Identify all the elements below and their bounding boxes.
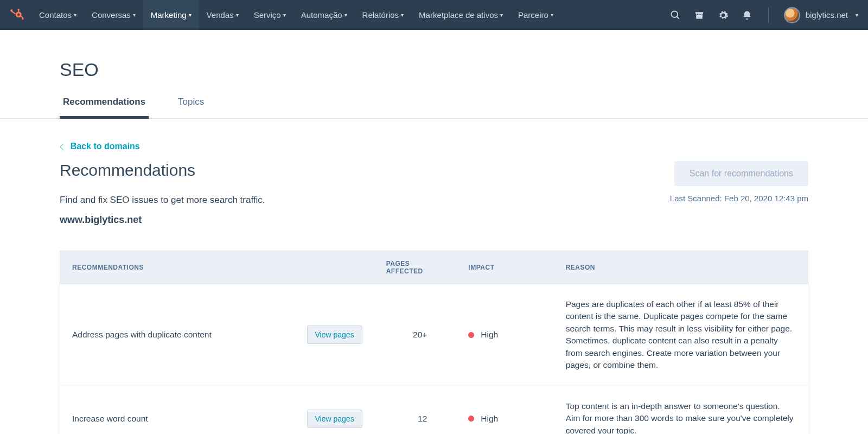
recommendation-name: Address pages with duplicate content [72, 330, 212, 340]
gear-icon[interactable] [717, 9, 729, 21]
section-header: Recommendations Find and fix SEO issues … [60, 161, 808, 239]
recommendation-name: Increase word count [72, 414, 148, 424]
section-subtitle: Find and fix SEO issues to get more sear… [60, 195, 670, 206]
chevron-down-icon: ▾ [189, 12, 192, 18]
nav-label: Contatos [39, 10, 72, 20]
reason-text: Pages are duplicates of each other if at… [554, 284, 808, 386]
view-pages-button[interactable]: View pages [307, 410, 362, 428]
chevron-down-icon: ▾ [401, 12, 404, 18]
chevron-down-icon: ▾ [856, 12, 858, 18]
reason-text: Top content is an in-depth answer to som… [554, 386, 808, 434]
bell-icon[interactable] [741, 9, 753, 21]
impact-dot-icon [468, 332, 474, 338]
svg-point-8 [671, 11, 678, 17]
nav-label: Conversas [92, 10, 131, 20]
col-header-recommendations[interactable]: RECOMMENDATIONS [60, 251, 374, 284]
tab-recommendations[interactable]: Recommendations [60, 97, 149, 119]
marketplace-icon[interactable] [693, 9, 705, 21]
chevron-down-icon: ▾ [344, 12, 347, 18]
table-header-row: RECOMMENDATIONS PAGES AFFECTED IMPACT RE… [60, 251, 808, 284]
nav-label: Vendas [207, 10, 234, 20]
svg-rect-10 [696, 15, 703, 19]
sprocket-icon [10, 8, 24, 22]
table-row: Address pages with duplicate contentView… [60, 284, 808, 386]
avatar [784, 7, 800, 23]
chevron-down-icon: ▾ [133, 12, 136, 18]
nav-item-relatorios[interactable]: Relatórios▾ [355, 0, 412, 30]
nav-label: Marketplace de ativos [419, 10, 498, 20]
impact-label: High [481, 330, 498, 340]
section-title: Recommendations [60, 161, 670, 180]
back-to-domains-link[interactable]: ∟ Back to domains [60, 142, 140, 151]
last-scanned: Last Scanned: Feb 20, 2020 12:43 pm [670, 194, 808, 203]
nav-items: Contatos▾ Conversas▾ Marketing▾ Vendas▾ … [31, 0, 561, 30]
chevron-down-icon: ▾ [500, 12, 503, 18]
tabs: Recommendations Topics [0, 97, 868, 119]
nav-item-marketplace[interactable]: Marketplace de ativos▾ [411, 0, 510, 30]
chevron-down-icon: ▾ [283, 12, 286, 18]
top-nav: Contatos▾ Conversas▾ Marketing▾ Vendas▾ … [0, 0, 868, 30]
col-header-impact[interactable]: IMPACT [456, 251, 553, 284]
nav-item-contatos[interactable]: Contatos▾ [31, 0, 84, 30]
account-label: biglytics.net [806, 10, 848, 20]
pages-affected: 12 [374, 386, 457, 434]
back-label: Back to domains [71, 142, 140, 151]
col-header-reason[interactable]: REASON [554, 251, 808, 284]
chevron-down-icon: ▾ [236, 12, 239, 18]
table-row: Increase word countView pages12HighTop c… [60, 386, 808, 434]
nav-right: biglytics.net ▾ [669, 7, 858, 23]
nav-item-conversas[interactable]: Conversas▾ [84, 0, 143, 30]
chevron-down-icon: ▾ [551, 12, 553, 18]
nav-item-automacao[interactable]: Automação▾ [293, 0, 355, 30]
svg-line-9 [676, 16, 679, 18]
nav-item-vendas[interactable]: Vendas▾ [199, 0, 246, 30]
nav-item-servico[interactable]: Serviço▾ [246, 0, 293, 30]
divider [768, 8, 769, 23]
chevron-left-icon: ∟ [58, 141, 69, 152]
domain-label: www.biglytics.net [60, 214, 670, 226]
svg-point-3 [18, 8, 20, 10]
hubspot-logo[interactable] [10, 8, 24, 22]
view-pages-button[interactable]: View pages [307, 326, 362, 344]
nav-label: Serviço [254, 10, 281, 20]
pages-affected: 20+ [374, 284, 457, 386]
nav-label: Marketing [151, 10, 187, 20]
impact-dot-icon [468, 416, 474, 422]
recommendations-table: RECOMMENDATIONS PAGES AFFECTED IMPACT RE… [60, 251, 808, 434]
scan-button[interactable]: Scan for recommendations [674, 161, 808, 186]
col-header-pages-affected[interactable]: PAGES AFFECTED [374, 251, 457, 284]
page-title: SEO [60, 59, 808, 80]
nav-label: Parceiro [518, 10, 548, 20]
nav-label: Relatórios [362, 10, 399, 20]
account-menu[interactable]: biglytics.net ▾ [784, 7, 858, 23]
svg-point-7 [10, 9, 12, 11]
chevron-down-icon: ▾ [74, 12, 76, 18]
nav-label: Automação [301, 10, 342, 20]
nav-item-parceiro[interactable]: Parceiro▾ [510, 0, 561, 30]
svg-point-1 [17, 13, 20, 15]
impact-label: High [481, 414, 498, 424]
tab-topics[interactable]: Topics [175, 97, 207, 118]
search-icon[interactable] [669, 9, 681, 21]
nav-item-marketing[interactable]: Marketing▾ [143, 0, 199, 30]
page-body: SEO Recommendations Topics ∟ Back to dom… [0, 30, 868, 434]
svg-point-5 [22, 17, 23, 19]
